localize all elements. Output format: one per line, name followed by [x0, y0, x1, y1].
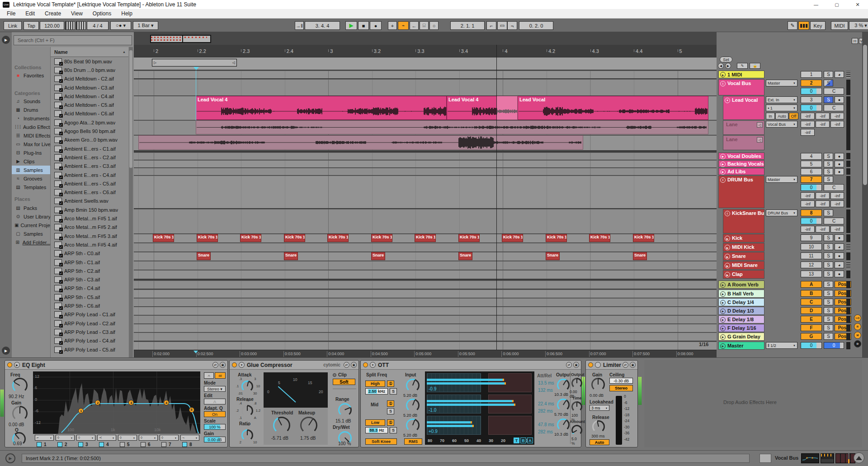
monitor-auto[interactable]: Auto — [775, 113, 788, 119]
mixer-cell[interactable]: 8 — [801, 209, 822, 216]
release-knob[interactable] — [241, 405, 253, 417]
scale-field[interactable]: 100 % — [204, 424, 226, 430]
eq-band-enable-checkbox[interactable] — [78, 442, 83, 447]
cpu-meter[interactable]: 3 % ▾ — [849, 21, 868, 30]
arrangement-row-backing-vocals[interactable] — [134, 160, 717, 167]
track-fold-icon[interactable]: ▶ — [725, 263, 730, 268]
track-header-lead-vocal[interactable]: ▼Lead Vocal — [723, 96, 764, 120]
ott-mid-solo[interactable]: S — [387, 408, 394, 414]
arrangement-row-d-delay-1-3[interactable] — [134, 307, 717, 315]
browser-bottom-icon[interactable]: ▶ — [2, 347, 10, 355]
edit-ab-button[interactable]: A — [204, 399, 226, 404]
mixer-cell[interactable]: 7 — [801, 176, 822, 183]
loop-brace[interactable]: ▷◁ — [152, 59, 237, 67]
device-limiter-titlebar[interactable]: Limiter⇄▣ — [586, 361, 637, 370]
eq-band-enable-checkbox[interactable] — [120, 442, 125, 447]
mixer-cell[interactable]: 9 — [801, 234, 822, 241]
audio-clip-snare[interactable]: Snare — [284, 252, 298, 260]
save-preset-icon[interactable]: ▣ — [630, 362, 636, 368]
audio-clip-kick[interactable]: Kick 70s 1 — [153, 234, 174, 242]
arrangement-row-kicksnare-bus[interactable] — [134, 209, 717, 233]
menu-create[interactable]: Create — [40, 10, 66, 18]
ott-amount-value[interactable]: 5.0 % — [571, 437, 581, 446]
mixer-cell[interactable]: F — [801, 324, 822, 331]
range-knob[interactable] — [338, 403, 352, 417]
audio-clip-snare[interactable]: Snare — [633, 252, 647, 260]
audio-clip-snare[interactable]: Snare — [197, 252, 211, 260]
mixer-cell[interactable]: G — [801, 333, 822, 340]
scrollbar-thumb[interactable] — [863, 45, 867, 185]
track-header-lane[interactable]: Lane◁ — [723, 135, 764, 150]
device-on-led[interactable] — [232, 362, 237, 367]
solo-button[interactable]: S — [824, 80, 833, 86]
track-fold-icon[interactable]: ▶ — [725, 245, 730, 250]
tempo-field[interactable]: 120.00 — [40, 21, 64, 30]
solo-button[interactable]: S — [824, 252, 833, 259]
follow-button[interactable]: →‖ — [295, 21, 304, 30]
audio-clip-snare[interactable]: Snare — [371, 252, 385, 260]
file-item[interactable]: Ambient Swells.wav — [51, 197, 128, 205]
eq-band-enable-checkbox[interactable] — [161, 442, 166, 447]
track-fold-icon[interactable]: ▶ — [725, 236, 730, 241]
loop-length-field[interactable]: 0. 2. 0 — [519, 21, 553, 30]
capture-midi-button[interactable]: ○ — [429, 21, 439, 30]
track-header-backing-vocals[interactable]: ▶Backing Vocals — [718, 160, 764, 167]
file-item[interactable]: ARP Poly Lead - C4.aif — [51, 337, 128, 345]
stop-button[interactable]: ■ — [358, 21, 369, 30]
sidebar-item-midi-effects[interactable]: ☰MIDI Effects — [12, 131, 51, 140]
sidebar-item-sounds[interactable]: ♫Sounds — [12, 97, 51, 105]
drywet-value[interactable]: 100 % — [338, 441, 351, 446]
eq-filter-type-select[interactable]: ◊▼ — [139, 435, 158, 441]
track-header-e-delay-1-8[interactable]: ▶E Delay 1/8 — [718, 315, 764, 323]
mixer-cell[interactable]: -inf — [801, 200, 815, 207]
reenable-automation-button[interactable]: ← — [410, 21, 419, 30]
io-routing-select[interactable]: Vocal Bus▼ — [766, 121, 797, 128]
mixer-cell[interactable]: -inf — [801, 121, 815, 128]
sidebar-item-drums[interactable]: ▦Drums — [12, 105, 51, 114]
gain-value[interactable]: 0.00 dB — [9, 422, 24, 427]
solo-button[interactable]: S — [824, 307, 833, 314]
solo-button[interactable]: S — [824, 262, 833, 268]
file-list-header[interactable]: Name▲ — [51, 47, 128, 57]
ott-output-value[interactable]: 10.3 dB — [554, 432, 568, 437]
arm-button[interactable]: ● — [835, 153, 844, 160]
eq-filter-type-select[interactable]: ◊▼ — [56, 435, 75, 441]
ott-low-solo[interactable]: S — [390, 427, 397, 433]
file-item[interactable]: ARP 5th - C6.aif — [51, 301, 128, 310]
mixer-section-toggle-m[interactable]: M — [854, 332, 861, 339]
file-item[interactable]: ARP 5th - C0.aif — [51, 249, 128, 258]
mixer-cell[interactable]: 0 — [801, 88, 822, 95]
save-preset-icon[interactable]: ▣ — [573, 362, 579, 368]
solo-button[interactable]: S — [824, 96, 833, 103]
loop-start-field[interactable]: 2. 1. 1 — [450, 21, 485, 30]
mixer-cell[interactable]: -inf — [801, 226, 815, 233]
play-button[interactable]: ▶ — [345, 21, 357, 30]
track-fold-icon[interactable]: ▶ — [725, 272, 730, 277]
mixer-cell[interactable]: -inf — [816, 192, 830, 199]
track-header-c-delay-1-4[interactable]: ▶C Delay 1/4 — [718, 298, 764, 306]
track-fold-icon[interactable]: ▼ — [725, 98, 730, 103]
io-routing-select[interactable]: DRUM Bus▼ — [766, 209, 797, 216]
audio-clip-snare[interactable]: Snare — [546, 252, 560, 260]
loop-start-handle[interactable]: ▷ — [154, 61, 156, 65]
menu-edit[interactable]: Edit — [20, 10, 40, 18]
track-header-snare[interactable]: ▶Snare — [723, 252, 764, 261]
mixer-cell[interactable]: 10 — [801, 243, 822, 250]
solo-button[interactable]: S — [824, 153, 833, 160]
audio-clip-kick[interactable]: Kick 70s 1 — [197, 234, 218, 242]
link-button[interactable]: Link — [4, 21, 22, 30]
file-item[interactable]: Akeem Gro...0 bpm.wav — [51, 136, 128, 144]
arm-button[interactable]: ● — [835, 252, 844, 259]
track-header-g-grain-delay[interactable]: ▶G Grain Delay — [718, 333, 764, 341]
arrangement-row-clap[interactable] — [134, 270, 717, 279]
mixer-cell[interactable]: -inf — [801, 113, 815, 119]
mixer-section-toggle-i-o[interactable]: I-O — [854, 314, 861, 322]
arrangement-position-field[interactable]: 3. 4. 4 — [305, 21, 340, 30]
mixer-cell[interactable]: B — [801, 290, 822, 297]
audio-clip-kick[interactable]: Kick 70s 1 — [284, 234, 305, 242]
mixer-cell[interactable]: -inf — [830, 121, 844, 128]
q-value[interactable]: 0.69 — [13, 441, 22, 446]
solo-button[interactable]: S — [824, 176, 833, 183]
eq-band-enable-checkbox[interactable] — [57, 442, 62, 447]
track-header-vocal-doubles[interactable]: ▶Vocal Doubles — [718, 152, 764, 160]
